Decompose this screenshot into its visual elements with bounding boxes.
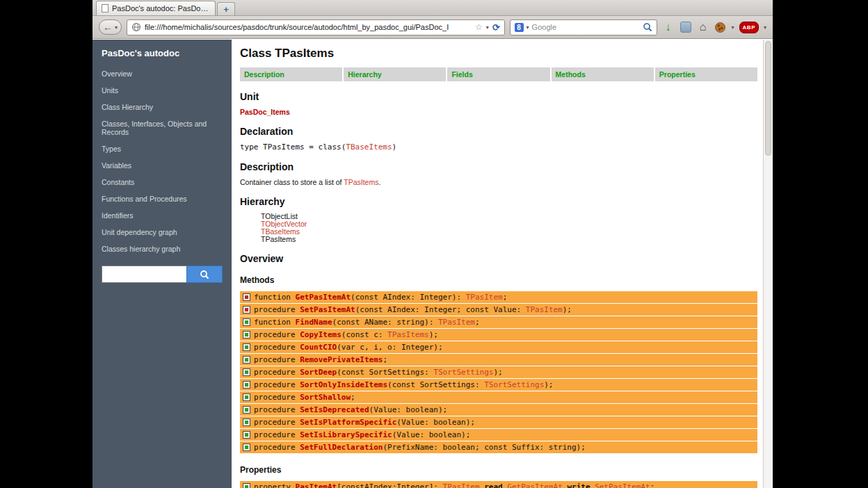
member-name: SetIsPlatformSpecific bbox=[300, 418, 396, 427]
adblock-plus-icon[interactable]: ABP bbox=[739, 22, 759, 33]
code-text: (const AName: string): bbox=[332, 318, 438, 327]
page-content: PasDoc's autodoc OverviewUnitsClass Hier… bbox=[93, 40, 773, 488]
identifier-link[interactable]: TPasItem bbox=[466, 293, 503, 302]
description-heading: Description bbox=[240, 161, 757, 172]
class-nav-link[interactable]: Properties bbox=[655, 67, 757, 81]
home-icon: ⌂ bbox=[700, 21, 707, 33]
identifier-link[interactable]: TSortSettings bbox=[433, 368, 493, 377]
cookie-extension-button[interactable] bbox=[714, 21, 727, 33]
web-search-input[interactable]: Google bbox=[532, 23, 640, 31]
unit-link[interactable]: PasDoc_Items bbox=[240, 108, 757, 116]
sidebar-item[interactable]: Functions and Procedures bbox=[93, 190, 232, 207]
new-tab-button[interactable]: + bbox=[217, 2, 235, 15]
properties-table: property PasItemAt[constAIndex:Integer]:… bbox=[240, 481, 757, 488]
sidebar-search-input[interactable] bbox=[102, 266, 186, 283]
identifier-link[interactable]: TPasItem bbox=[443, 482, 480, 488]
visibility-marker bbox=[245, 308, 248, 311]
declaration-heading: Declaration bbox=[240, 126, 757, 137]
public-visibility-icon bbox=[243, 356, 250, 364]
url-text[interactable]: file:///home/michalis/sources/pasdoc/tru… bbox=[145, 23, 472, 31]
reload-icon[interactable]: ⟳ bbox=[492, 22, 500, 33]
visibility-marker bbox=[245, 396, 248, 399]
code-text: (Value: boolean); bbox=[396, 418, 475, 427]
history-dropdown-icon[interactable]: ▾ bbox=[115, 24, 118, 31]
member-name: SetIsLibrarySpecific bbox=[300, 430, 392, 439]
public-visibility-icon bbox=[243, 393, 250, 401]
sidebar-item[interactable]: Classes hierarchy graph bbox=[93, 241, 232, 257]
back-icon[interactable]: ← bbox=[103, 22, 113, 32]
sidebar-item[interactable]: Class Hierarchy bbox=[93, 99, 232, 115]
sidebar-nav: OverviewUnitsClass HierarchyClasses, Int… bbox=[93, 65, 232, 257]
member-declaration: procedure SetFullDeclaration(PrefixName:… bbox=[254, 443, 586, 452]
member-declaration: procedure CountCIO(var c, i, o: Integer)… bbox=[254, 343, 443, 352]
member-declaration: function GetPasItemAt(const AIndex: Inte… bbox=[254, 293, 507, 302]
sidebar-item[interactable]: Types bbox=[93, 140, 232, 157]
member-name: PasItemAt bbox=[296, 482, 337, 488]
member-declaration: procedure SortDeep(const SortSettings: T… bbox=[254, 368, 503, 377]
google-favicon[interactable]: 8 bbox=[515, 23, 524, 32]
unit-heading: Unit bbox=[240, 91, 757, 102]
properties-heading: Properties bbox=[240, 465, 757, 475]
sidebar-item[interactable]: Constants bbox=[93, 174, 232, 190]
search-engine-dropdown-icon[interactable]: ▾ bbox=[527, 24, 529, 31]
identifier-link[interactable]: TPasItem bbox=[438, 318, 475, 327]
identifier-link[interactable]: TPasItems bbox=[344, 178, 378, 186]
extension-dropdown-icon[interactable]: ▾ bbox=[732, 24, 734, 31]
code-text: (var c, i, o: Integer); bbox=[337, 343, 442, 352]
sidebar-item[interactable]: Classes, Interfaces, Objects and Records bbox=[93, 115, 232, 140]
code-text: . bbox=[378, 178, 380, 186]
public-visibility-icon bbox=[243, 331, 250, 339]
feed-button[interactable] bbox=[680, 21, 692, 33]
code-text: procedure bbox=[254, 418, 300, 427]
member-declaration: function FindName(const AName: string): … bbox=[254, 318, 480, 327]
visibility-marker bbox=[245, 371, 248, 374]
identifier-link[interactable]: TPasItems bbox=[387, 330, 429, 339]
browser-tab[interactable]: PasDoc's autodoc: PasDoc_I... bbox=[96, 1, 216, 15]
hierarchy-class: TPasItems bbox=[261, 236, 757, 243]
code-text: (const AIndex: Integer; const Value: bbox=[355, 305, 526, 314]
identifier-link[interactable]: SetPasItemAt bbox=[595, 482, 650, 488]
url-bar[interactable]: file:///home/michalis/sources/pasdoc/tru… bbox=[127, 19, 505, 35]
download-button[interactable]: ↓ bbox=[662, 21, 675, 33]
member-row: function FindName(const AName: string): … bbox=[240, 316, 757, 329]
visibility-marker bbox=[245, 421, 248, 424]
member-row: procedure CountCIO(var c, i, o: Integer)… bbox=[240, 341, 757, 354]
member-declaration: procedure SetIsDeprecated(Value: boolean… bbox=[254, 405, 447, 414]
identifier-link[interactable]: GetPasItemAt bbox=[507, 482, 562, 488]
code-text: procedure bbox=[254, 443, 300, 452]
sidebar-item[interactable]: Variables bbox=[93, 157, 232, 174]
visibility-marker bbox=[245, 295, 248, 299]
site-identity-icon bbox=[131, 22, 141, 32]
bookmark-star-icon[interactable]: ☆ bbox=[475, 22, 483, 32]
code-text: procedure bbox=[254, 355, 300, 364]
adblock-dropdown-icon[interactable]: ▾ bbox=[764, 24, 766, 31]
identifier-link[interactable]: TBaseItems bbox=[346, 143, 392, 152]
visibility-marker bbox=[245, 345, 248, 349]
scrollbar[interactable] bbox=[763, 40, 773, 488]
search-bar[interactable]: 8 ▾ Google bbox=[510, 19, 657, 35]
public-visibility-icon bbox=[243, 431, 250, 439]
home-button[interactable]: ⌂ bbox=[697, 21, 709, 33]
identifier-link[interactable]: TPasItem bbox=[526, 305, 563, 314]
sidebar-search-button[interactable] bbox=[186, 266, 223, 283]
identifier-link[interactable]: TSortSettings bbox=[484, 380, 544, 389]
sidebar-item[interactable]: Units bbox=[93, 82, 232, 99]
visibility-marker bbox=[245, 383, 248, 387]
public-visibility-icon bbox=[243, 368, 250, 376]
back-forward-buttons[interactable]: ← ▾ bbox=[99, 19, 122, 35]
hierarchy-class-link[interactable]: TObjectVector bbox=[261, 220, 757, 228]
hierarchy-class-link[interactable]: TBaseItems bbox=[261, 228, 757, 236]
sidebar-item[interactable]: Identifiers bbox=[93, 207, 232, 224]
methods-heading: Methods bbox=[240, 275, 757, 285]
member-declaration: procedure CopyItems(const c: TPasItems); bbox=[254, 330, 438, 339]
class-nav-link[interactable]: Fields bbox=[447, 67, 549, 81]
url-dropdown-icon[interactable]: ▾ bbox=[486, 24, 489, 31]
code-text: procedure bbox=[254, 405, 300, 414]
sidebar-item[interactable]: Overview bbox=[93, 65, 232, 82]
sidebar-item[interactable]: Unit dependency graph bbox=[93, 224, 232, 241]
class-nav-link[interactable]: Methods bbox=[552, 67, 654, 81]
class-nav-link[interactable]: Description bbox=[240, 67, 342, 81]
search-icon[interactable] bbox=[643, 22, 652, 32]
scrollbar-thumb[interactable] bbox=[765, 41, 771, 156]
class-nav-link[interactable]: Hierarchy bbox=[344, 67, 446, 81]
